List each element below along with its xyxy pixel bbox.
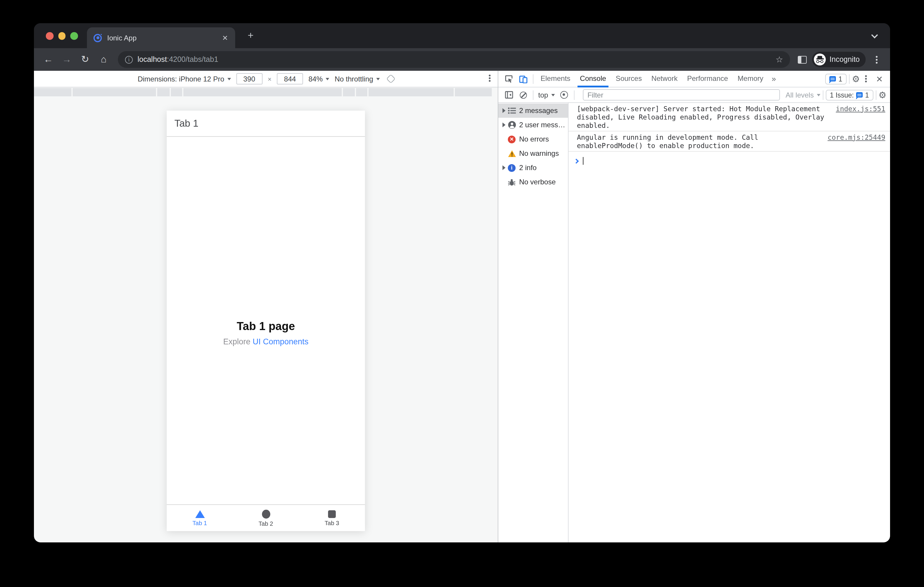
forward-button[interactable]: →	[60, 53, 73, 67]
incognito-badge: Incognito	[812, 52, 866, 67]
dimensions-select[interactable]: Dimensions: iPhone 12 Pro	[137, 75, 231, 83]
expand-arrow-icon[interactable]	[503, 108, 505, 113]
inspect-element-icon[interactable]	[502, 72, 516, 86]
console-message[interactable]: Angular is running in development mode. …	[569, 132, 890, 152]
explore-text: Explore UI Components	[167, 337, 365, 346]
zoom-select[interactable]: 84%	[309, 75, 329, 83]
address-bar[interactable]: i localhost:4200/tabs/tab1 ☆	[118, 51, 790, 68]
tab-close-icon[interactable]: ✕	[221, 34, 229, 42]
media-query-bar[interactable]	[34, 88, 498, 96]
close-window-button[interactable]	[46, 32, 53, 39]
browser-menu-icon[interactable]	[876, 59, 878, 60]
app-tab-label: Tab 3	[325, 520, 339, 526]
issues-flag-icon	[830, 76, 836, 82]
rotate-device-icon[interactable]	[386, 74, 395, 83]
devtools-settings-icon[interactable]: ⚙	[852, 74, 860, 83]
triangle-icon	[195, 510, 205, 518]
console-sidebar-toggle-icon[interactable]	[502, 88, 516, 102]
throttling-select[interactable]: No throttling	[335, 75, 380, 83]
device-height-input[interactable]	[277, 73, 303, 84]
zoom-window-button[interactable]	[70, 32, 78, 39]
expand-arrow-icon[interactable]	[503, 123, 505, 127]
issues-count: 1	[838, 75, 842, 82]
app-tab-bar: Tab 1 Tab 2 Tab 3	[167, 504, 365, 531]
emulated-viewport: Tab 1 Tab 1 page Explore UI Components T…	[167, 111, 365, 531]
app-tab-label: Tab 1	[193, 520, 207, 526]
app-tab-label: Tab 2	[259, 520, 273, 527]
console-source-link[interactable]: index.js:551	[836, 104, 885, 113]
window-content: Dimensions: iPhone 12 Pro × 84% No throt…	[34, 71, 890, 543]
screen: Ionic App ✕ + ← → ↻ ⌂ i localhost:4200/t…	[0, 0, 924, 587]
devtools-tab-performance[interactable]: Performance	[682, 71, 733, 87]
site-info-icon[interactable]: i	[125, 56, 133, 63]
sidebar-item-user-messages[interactable]: 2 user messages	[498, 118, 568, 132]
console-prompt-icon	[574, 158, 579, 164]
devtools-menu-icon[interactable]	[865, 78, 867, 80]
log-levels-select[interactable]: All levels	[785, 91, 820, 99]
more-tabs-icon[interactable]: »	[768, 74, 779, 83]
sidebar-item-label: 2 user messages	[519, 121, 566, 129]
sidebar-item-errors[interactable]: ✕ No errors	[498, 132, 568, 146]
chevron-down-icon	[326, 78, 329, 81]
sidebar-item-label: 2 messages	[519, 107, 566, 115]
minimize-window-button[interactable]	[58, 32, 66, 39]
console-settings-icon[interactable]: ⚙	[878, 90, 886, 99]
url-text: localhost:4200/tabs/tab1	[137, 55, 218, 64]
app-tab-1[interactable]: Tab 1	[167, 505, 233, 531]
error-icon: ✕	[507, 135, 516, 143]
devtools-tab-memory[interactable]: Memory	[733, 71, 768, 87]
console-message-text: [webpack-dev-server] Server started: Hot…	[577, 104, 829, 129]
sidebar-item-warnings[interactable]: No warnings	[498, 146, 568, 161]
window-controls	[46, 32, 78, 39]
device-width-input[interactable]	[236, 73, 262, 84]
side-panel-icon[interactable]	[798, 56, 807, 63]
ui-components-link[interactable]: UI Components	[253, 337, 309, 346]
devtools-tab-sources[interactable]: Sources	[611, 71, 647, 87]
app-tab-2[interactable]: Tab 2	[233, 505, 299, 531]
console-prompt[interactable]	[569, 152, 890, 168]
home-button[interactable]: ⌂	[97, 53, 110, 67]
console-toolbar: top All levels 1 Issue: 1 ⚙	[498, 87, 890, 103]
device-toolbar-menu-icon[interactable]	[489, 77, 490, 79]
sidebar-item-label: No warnings	[519, 149, 566, 158]
toggle-device-toolbar-icon[interactable]	[516, 72, 530, 86]
dimensions-separator: ×	[267, 75, 272, 82]
console-context-select[interactable]: top	[538, 91, 554, 99]
info-icon: i	[507, 164, 516, 172]
devtools-tab-console[interactable]: Console	[575, 71, 611, 87]
devtools-panel: Elements Console Sources Network Perform…	[498, 71, 890, 543]
sidebar-item-info[interactable]: i 2 info	[498, 161, 568, 175]
url-host: localhost	[137, 55, 167, 64]
device-emulation-pane: Dimensions: iPhone 12 Pro × 84% No throt…	[34, 71, 498, 543]
clear-console-icon[interactable]	[516, 88, 530, 102]
issues-count: 1	[865, 91, 869, 99]
app-tab-3[interactable]: Tab 3	[299, 505, 365, 531]
sidebar-item-all-messages[interactable]: 2 messages	[498, 104, 568, 118]
url-path: :4200/tabs/tab1	[167, 55, 218, 64]
devtools-tab-network[interactable]: Network	[647, 71, 682, 87]
console-messages: [webpack-dev-server] Server started: Hot…	[569, 103, 890, 543]
devtools-tab-elements[interactable]: Elements	[536, 71, 575, 87]
sidebar-item-verbose[interactable]: No verbose	[498, 175, 568, 189]
tab-search-chevron-icon[interactable]	[871, 32, 878, 39]
expand-arrow-icon[interactable]	[503, 165, 505, 170]
app-header-title: Tab 1	[175, 118, 198, 129]
back-button[interactable]: ←	[42, 53, 55, 67]
console-message[interactable]: [webpack-dev-server] Server started: Hot…	[569, 103, 890, 132]
browser-tab-ionic-app[interactable]: Ionic App ✕	[87, 27, 235, 48]
devtools-close-icon[interactable]: ✕	[873, 74, 886, 84]
console-source-link[interactable]: core.mjs:25449	[828, 133, 885, 141]
chevron-down-icon	[376, 78, 380, 81]
incognito-icon	[814, 54, 826, 66]
bug-icon	[507, 178, 516, 186]
console-filter-input[interactable]	[582, 89, 780, 100]
reload-button[interactable]: ↻	[79, 53, 92, 67]
new-tab-button[interactable]: +	[244, 28, 258, 43]
tab-strip: Ionic App ✕ +	[34, 23, 890, 48]
bookmark-star-icon[interactable]: ☆	[776, 55, 783, 64]
device-toolbar: Dimensions: iPhone 12 Pro × 84% No throt…	[34, 71, 498, 87]
console-issues-button[interactable]: 1 Issue: 1	[826, 89, 873, 100]
issues-counter-button[interactable]: 1	[825, 74, 846, 84]
live-expression-eye-icon[interactable]	[557, 88, 571, 102]
ionic-favicon-icon	[93, 33, 102, 43]
